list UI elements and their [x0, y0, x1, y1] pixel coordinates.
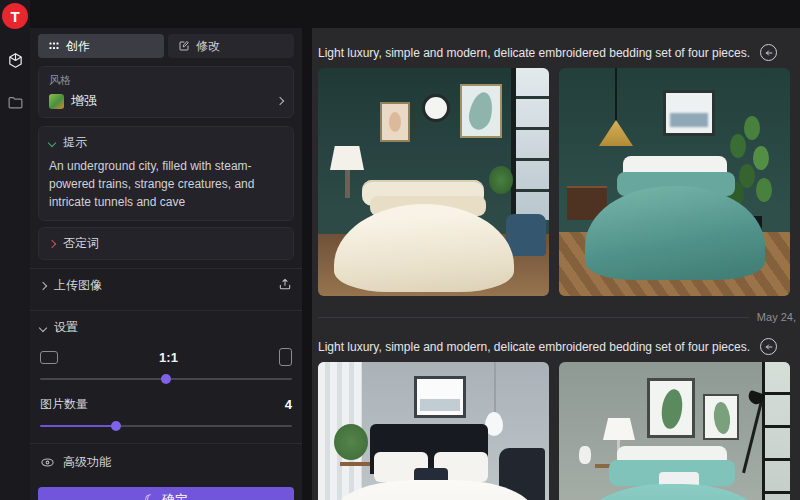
tab-edit-label: 修改	[196, 38, 220, 55]
generated-image-4[interactable]	[559, 362, 790, 500]
scene-wall-art	[703, 394, 739, 440]
date-separator: May 24,	[318, 311, 790, 323]
style-selector[interactable]: 风格 增强	[38, 66, 294, 118]
scene-clock	[422, 94, 450, 122]
scene-plant	[744, 116, 760, 140]
edit-icon	[178, 40, 190, 52]
prompt-text[interactable]: An underground city, filled with steam-p…	[49, 157, 283, 211]
divider-line	[318, 317, 749, 318]
caption-text: Light luxury, simple and modern, delicat…	[318, 46, 750, 60]
upload-icon[interactable]	[278, 277, 292, 294]
settings-section-header[interactable]: 设置	[38, 311, 294, 344]
tab-create-label: 创作	[66, 38, 90, 55]
image-count-value: 4	[285, 397, 292, 412]
image-count-label: 图片数量	[40, 396, 88, 413]
settings-label: 设置	[54, 319, 78, 336]
scene-lamp	[603, 418, 635, 440]
chevron-right-icon	[39, 281, 47, 289]
generated-image-1[interactable]	[318, 68, 549, 296]
scene-lamp-cord	[494, 362, 496, 414]
advanced-features-label: 高级功能	[63, 454, 111, 471]
generation-caption: Light luxury, simple and modern, delicat…	[318, 44, 790, 61]
scene-stool	[340, 462, 370, 466]
scene-duvet	[585, 186, 765, 280]
chevron-down-icon	[39, 323, 47, 331]
upload-image-label: 上传图像	[54, 277, 102, 294]
generation-caption: Light luxury, simple and modern, delicat…	[318, 338, 790, 355]
creation-sidebar: 创作 修改 风格 增强 提示 An underground city, fill…	[30, 28, 302, 500]
chevron-down-icon	[48, 138, 56, 146]
scene-wall-art	[647, 378, 695, 438]
generation-date: May 24,	[757, 311, 796, 323]
scene-window	[511, 68, 549, 220]
scene-pendant-lamp	[599, 120, 633, 146]
style-label: 风格	[49, 73, 283, 88]
scene-plant	[489, 166, 513, 194]
reuse-prompt-icon[interactable]	[760, 44, 777, 61]
portrait-ratio-icon[interactable]	[279, 348, 292, 366]
scene-wall-art	[414, 376, 466, 418]
scene-chair	[506, 214, 546, 256]
image-count-row: 图片数量 4	[38, 396, 294, 413]
slider-thumb[interactable]	[111, 421, 121, 431]
prompt-input[interactable]: 提示 An underground city, filled with stea…	[38, 126, 294, 221]
chevron-right-icon	[276, 97, 284, 105]
model-cube-icon[interactable]	[6, 51, 24, 69]
reuse-prompt-icon[interactable]	[760, 338, 777, 355]
confirm-button-label: 确定	[162, 491, 188, 500]
aspect-ratio-value: 1:1	[58, 350, 279, 365]
scene-wall-art	[380, 102, 410, 142]
tab-create[interactable]: 创作	[38, 34, 164, 58]
tab-edit[interactable]: 修改	[168, 34, 294, 58]
aspect-ratio-slider[interactable]	[40, 374, 292, 384]
scene-lamp-stem	[345, 170, 350, 198]
prompt-label: 提示	[63, 134, 87, 151]
aspect-ratio-row: 1:1	[38, 344, 294, 366]
confirm-button[interactable]: ☾ 确定	[38, 487, 294, 500]
chevron-right-icon	[48, 239, 56, 247]
grid-icon	[48, 40, 60, 52]
mode-tabs: 创作 修改	[38, 34, 294, 58]
slider-track[interactable]	[40, 425, 292, 427]
negative-words-label: 否定词	[63, 235, 99, 252]
scene-plant	[334, 424, 368, 460]
gallery-feed: Light luxury, simple and modern, delicat…	[312, 28, 800, 500]
scene-floor-lamp	[742, 401, 763, 474]
brand-logo-letter: T	[10, 8, 19, 25]
brand-logo[interactable]: T	[2, 3, 28, 29]
scene-wall-art	[460, 84, 502, 138]
upload-image-section[interactable]: 上传图像	[38, 269, 294, 302]
scene-lamp-cord	[615, 68, 617, 122]
landscape-ratio-icon[interactable]	[40, 351, 58, 364]
scene-vase	[579, 446, 591, 464]
app-window: T 创作 修改 风格 增强	[0, 0, 800, 500]
scene-window	[762, 362, 790, 500]
advanced-features-row[interactable]: 高级功能	[38, 444, 294, 479]
image-grid-row-2	[318, 362, 790, 500]
slider-thumb[interactable]	[161, 374, 171, 384]
moon-icon: ☾	[144, 493, 156, 500]
style-thumbnail-icon	[49, 94, 64, 109]
style-value: 增强	[71, 92, 270, 110]
image-count-slider[interactable]	[40, 421, 292, 431]
left-rail: T	[0, 0, 30, 500]
scene-lamp	[330, 146, 364, 170]
generated-image-2[interactable]	[559, 68, 790, 296]
scene-wall-art	[663, 90, 715, 136]
negative-words-section[interactable]: 否定词	[38, 227, 294, 260]
image-grid-row-1	[318, 68, 790, 296]
eye-icon	[40, 455, 55, 470]
generated-image-3[interactable]	[318, 362, 549, 500]
caption-text: Light luxury, simple and modern, delicat…	[318, 340, 750, 354]
scene-duvet	[581, 484, 767, 500]
folder-icon[interactable]	[6, 93, 24, 111]
scene-duvet	[334, 204, 514, 292]
